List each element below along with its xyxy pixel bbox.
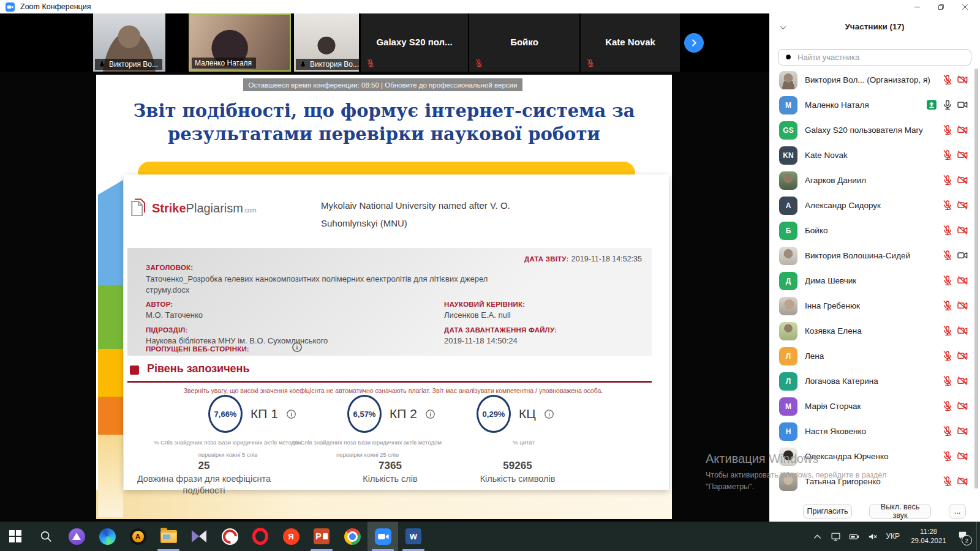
video-tile[interactable]: Виктория Во... — [294, 13, 359, 72]
next-page-videos-button[interactable] — [684, 33, 704, 53]
participant-row[interactable]: Агарков Даниил — [769, 168, 980, 193]
mic-muted-icon[interactable] — [942, 74, 953, 85]
search-input[interactable] — [797, 53, 971, 62]
camera-off-icon[interactable] — [956, 476, 969, 487]
minimize-button[interactable] — [913, 3, 921, 11]
video-tile-name: Бойко — [469, 37, 579, 47]
taskbar-search-button[interactable] — [31, 522, 61, 551]
camera-off-icon[interactable] — [956, 300, 969, 311]
mic-on-icon[interactable] — [942, 99, 953, 110]
participant-row[interactable]: Н Настя Яковенко — [769, 419, 980, 444]
camera-on-icon[interactable] — [956, 99, 969, 110]
camera-off-icon[interactable] — [956, 74, 969, 85]
participant-row[interactable]: М Маленко Наталя — [769, 92, 980, 118]
mic-muted-icon[interactable] — [942, 149, 953, 160]
camera-off-icon[interactable] — [956, 425, 969, 437]
notification-center-button[interactable]: 2 — [957, 530, 968, 543]
taskbar-kmplayer[interactable] — [184, 522, 214, 551]
mic-muted-icon[interactable] — [942, 400, 953, 411]
participant-row[interactable]: Б Бойко — [769, 218, 980, 243]
language-indicator[interactable]: УКР — [886, 532, 900, 541]
more-options-button[interactable]: ... — [949, 504, 966, 519]
mic-muted-icon[interactable] — [942, 476, 953, 487]
taskbar-yandex-browser[interactable]: Я — [276, 522, 306, 551]
mic-muted-icon[interactable] — [942, 425, 953, 437]
department-label: ПІДРОЗДІЛ: — [146, 326, 188, 334]
mute-all-button[interactable]: Выкл. весь звук — [869, 504, 931, 519]
camera-off-icon[interactable] — [956, 275, 969, 286]
mic-muted-icon[interactable] — [942, 250, 953, 261]
participants-header: Участники (17) — [769, 13, 980, 42]
camera-off-icon[interactable] — [956, 375, 969, 386]
display-tray-icon[interactable] — [831, 531, 841, 542]
close-button[interactable] — [961, 3, 969, 11]
participant-row[interactable]: Інна Гребенюк — [769, 293, 980, 318]
participants-title: Участники (17) — [769, 22, 980, 31]
taskbar-zoom-active[interactable] — [368, 522, 398, 551]
taskbar-aimp[interactable]: A — [123, 522, 153, 551]
camera-off-icon[interactable] — [956, 174, 969, 186]
mic-muted-icon[interactable] — [942, 451, 953, 462]
video-tile-active-speaker[interactable]: Маленко Наталя — [189, 13, 291, 72]
video-tile-no-video[interactable]: Бойко — [469, 13, 579, 72]
participant-row[interactable]: А Александр Сидорук — [769, 193, 980, 218]
participant-row[interactable]: Козявка Елена — [769, 318, 980, 343]
taskbar-word[interactable]: W — [398, 522, 429, 551]
video-tile-no-video[interactable]: Galaxy S20 пол... — [361, 13, 468, 72]
participant-row[interactable]: Виктория Вол... (Организатор, я) — [769, 67, 980, 92]
participant-avatar — [779, 322, 797, 340]
camera-off-icon[interactable] — [956, 200, 969, 211]
participant-row[interactable]: Олександра Юрченко — [769, 444, 980, 469]
video-tile[interactable]: Виктория Во... — [93, 13, 165, 72]
volume-muted-icon[interactable] — [867, 531, 878, 542]
download-manager-icon — [222, 528, 238, 545]
taskbar-clock[interactable]: 11:28 29.04.2021 — [908, 527, 949, 545]
camera-off-icon[interactable] — [956, 350, 969, 361]
battery-icon[interactable] — [849, 531, 859, 542]
camera-off-icon[interactable] — [956, 451, 969, 462]
camera-on-icon[interactable] — [956, 250, 969, 261]
mic-muted-icon[interactable] — [942, 225, 953, 236]
camera-off-icon[interactable] — [956, 124, 969, 135]
participant-avatar: KN — [779, 146, 797, 165]
camera-off-icon[interactable] — [956, 400, 969, 411]
mic-muted-icon[interactable] — [942, 375, 953, 386]
video-tile-no-video[interactable]: Kate Novak — [581, 13, 680, 72]
participants-scrollbar[interactable] — [974, 69, 978, 489]
camera-off-icon[interactable] — [956, 149, 969, 160]
mic-muted-icon[interactable] — [942, 325, 953, 336]
taskbar-powerpoint[interactable]: P — [306, 522, 337, 551]
invite-button[interactable]: Пригласить — [803, 504, 852, 519]
participant-row[interactable]: Д Дима Шевчик — [769, 268, 980, 293]
participant-row[interactable]: GS Galaxy S20 пользователя Mary — [769, 118, 980, 143]
mic-muted-icon[interactable] — [942, 350, 953, 361]
taskbar-yandex-alice[interactable] — [61, 522, 92, 551]
participant-row[interactable]: KN Kate Novak — [769, 143, 980, 168]
meeting-time-banner[interactable]: Оставшееся время конференции: 08:50 | Об… — [243, 78, 522, 91]
restore-button[interactable] — [937, 3, 945, 11]
zoom-app-window: Zoom Конференция Виктория Во... Маленко … — [0, 0, 980, 551]
participant-row[interactable]: Л Лена — [769, 343, 980, 369]
edge-icon — [99, 528, 116, 545]
mic-muted-icon[interactable] — [942, 200, 953, 211]
stat-value: 25 — [124, 460, 284, 472]
mic-muted-icon[interactable] — [942, 275, 953, 286]
tray-expand-icon[interactable] — [812, 531, 823, 542]
participant-row[interactable]: М Марія Сторчак — [769, 394, 980, 419]
participant-avatar — [779, 71, 797, 89]
mic-muted-icon[interactable] — [942, 124, 953, 135]
mic-muted-icon[interactable] — [942, 300, 953, 311]
taskbar-download-manager[interactable] — [214, 522, 245, 551]
show-desktop-strip[interactable] — [976, 522, 980, 551]
participant-row[interactable]: Л Логачова Катерина — [769, 369, 980, 394]
camera-off-icon[interactable] — [956, 225, 969, 236]
taskbar-chrome[interactable] — [337, 522, 368, 551]
taskbar-file-explorer[interactable] — [153, 522, 184, 551]
taskbar-opera[interactable] — [245, 522, 276, 551]
taskbar-edge[interactable] — [92, 522, 123, 551]
video-tile-name: Виктория Во... — [310, 60, 359, 69]
mic-muted-icon[interactable] — [942, 174, 953, 186]
camera-off-icon[interactable] — [956, 325, 969, 336]
participant-row[interactable]: Виктория Волошина-Сидей — [769, 243, 980, 268]
start-button[interactable] — [0, 522, 31, 551]
